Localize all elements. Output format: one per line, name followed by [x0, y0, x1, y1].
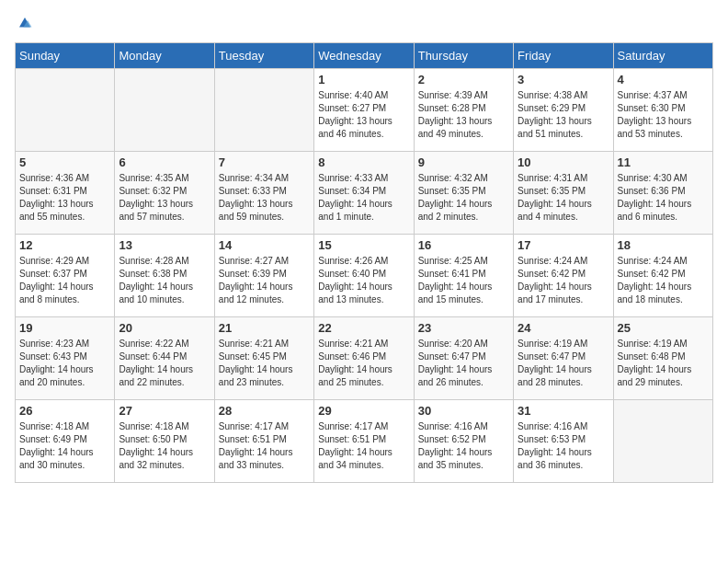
- calendar-cell: 13Sunrise: 4:28 AMSunset: 6:38 PMDayligh…: [115, 235, 214, 317]
- calendar-cell: 30Sunrise: 4:16 AMSunset: 6:52 PMDayligh…: [414, 400, 513, 483]
- day-info: Sunrise: 4:27 AMSunset: 6:39 PMDaylight:…: [219, 255, 310, 306]
- day-info: Sunrise: 4:19 AMSunset: 6:48 PMDaylight:…: [618, 338, 709, 389]
- calendar-week-4: 19Sunrise: 4:23 AMSunset: 6:43 PMDayligh…: [16, 317, 713, 400]
- header-saturday: Saturday: [613, 43, 712, 69]
- day-info: Sunrise: 4:36 AMSunset: 6:31 PMDaylight:…: [19, 172, 110, 224]
- calendar-cell: 6Sunrise: 4:35 AMSunset: 6:32 PMDaylight…: [115, 152, 214, 235]
- calendar-cell: 5Sunrise: 4:36 AMSunset: 6:31 PMDaylight…: [16, 152, 115, 235]
- day-info: Sunrise: 4:17 AMSunset: 6:51 PMDaylight:…: [219, 420, 310, 472]
- day-number: 31: [518, 404, 609, 418]
- day-info: Sunrise: 4:21 AMSunset: 6:46 PMDaylight:…: [318, 338, 409, 389]
- day-info: Sunrise: 4:31 AMSunset: 6:35 PMDaylight:…: [518, 172, 609, 224]
- day-info: Sunrise: 4:22 AMSunset: 6:44 PMDaylight:…: [119, 338, 210, 389]
- calendar-cell: 11Sunrise: 4:30 AMSunset: 6:36 PMDayligh…: [613, 152, 712, 235]
- calendar-cell: 31Sunrise: 4:16 AMSunset: 6:53 PMDayligh…: [514, 400, 613, 483]
- calendar-cell: 16Sunrise: 4:25 AMSunset: 6:41 PMDayligh…: [414, 235, 513, 317]
- calendar-cell: 17Sunrise: 4:24 AMSunset: 6:42 PMDayligh…: [514, 235, 613, 317]
- day-number: 17: [518, 238, 609, 252]
- day-info: Sunrise: 4:39 AMSunset: 6:28 PMDaylight:…: [418, 89, 509, 141]
- calendar-cell: 12Sunrise: 4:29 AMSunset: 6:37 PMDayligh…: [16, 235, 115, 317]
- calendar-cell: 18Sunrise: 4:24 AMSunset: 6:42 PMDayligh…: [613, 235, 712, 317]
- calendar-cell: 9Sunrise: 4:32 AMSunset: 6:35 PMDaylight…: [414, 152, 513, 235]
- day-number: 6: [119, 155, 210, 169]
- day-number: 12: [19, 238, 110, 252]
- day-info: Sunrise: 4:19 AMSunset: 6:47 PMDaylight:…: [518, 338, 609, 389]
- header-friday: Friday: [514, 43, 613, 69]
- day-info: Sunrise: 4:37 AMSunset: 6:30 PMDaylight:…: [618, 89, 709, 141]
- header-wednesday: Wednesday: [314, 43, 414, 69]
- calendar-week-2: 5Sunrise: 4:36 AMSunset: 6:31 PMDaylight…: [16, 152, 713, 235]
- day-number: 16: [418, 238, 509, 252]
- day-info: Sunrise: 4:20 AMSunset: 6:47 PMDaylight:…: [418, 338, 509, 389]
- calendar-cell: 3Sunrise: 4:38 AMSunset: 6:29 PMDaylight…: [514, 69, 613, 152]
- calendar-cell: 2Sunrise: 4:39 AMSunset: 6:28 PMDaylight…: [414, 69, 513, 152]
- calendar-cell: 22Sunrise: 4:21 AMSunset: 6:46 PMDayligh…: [314, 317, 414, 400]
- day-number: 24: [518, 321, 609, 335]
- calendar-cell: 24Sunrise: 4:19 AMSunset: 6:47 PMDayligh…: [514, 317, 613, 400]
- calendar-cell: 10Sunrise: 4:31 AMSunset: 6:35 PMDayligh…: [514, 152, 613, 235]
- calendar-cell: 19Sunrise: 4:23 AMSunset: 6:43 PMDayligh…: [16, 317, 115, 400]
- calendar-header-row: SundayMondayTuesdayWednesdayThursdayFrid…: [16, 43, 713, 69]
- day-info: Sunrise: 4:16 AMSunset: 6:52 PMDaylight:…: [418, 420, 509, 472]
- day-info: Sunrise: 4:29 AMSunset: 6:37 PMDaylight:…: [19, 255, 110, 306]
- day-info: Sunrise: 4:18 AMSunset: 6:49 PMDaylight:…: [19, 420, 110, 472]
- day-number: 9: [418, 155, 509, 169]
- day-number: 26: [19, 404, 110, 418]
- day-number: 1: [318, 73, 409, 86]
- page-header: [15, 15, 713, 31]
- day-info: Sunrise: 4:18 AMSunset: 6:50 PMDaylight:…: [119, 420, 210, 472]
- header-tuesday: Tuesday: [214, 43, 313, 69]
- day-info: Sunrise: 4:16 AMSunset: 6:53 PMDaylight:…: [518, 420, 609, 472]
- calendar-cell: 20Sunrise: 4:22 AMSunset: 6:44 PMDayligh…: [115, 317, 214, 400]
- day-info: Sunrise: 4:33 AMSunset: 6:34 PMDaylight:…: [318, 172, 409, 224]
- day-info: Sunrise: 4:38 AMSunset: 6:29 PMDaylight:…: [518, 89, 609, 141]
- day-info: Sunrise: 4:26 AMSunset: 6:40 PMDaylight:…: [318, 255, 409, 306]
- day-number: 5: [19, 155, 110, 169]
- day-number: 11: [618, 155, 709, 169]
- day-info: Sunrise: 4:24 AMSunset: 6:42 PMDaylight:…: [518, 255, 609, 306]
- calendar-cell: [613, 400, 712, 483]
- logo: [15, 15, 33, 31]
- day-info: Sunrise: 4:25 AMSunset: 6:41 PMDaylight:…: [418, 255, 509, 306]
- day-number: 4: [618, 73, 709, 86]
- day-info: Sunrise: 4:28 AMSunset: 6:38 PMDaylight:…: [119, 255, 210, 306]
- calendar-cell: 1Sunrise: 4:40 AMSunset: 6:27 PMDaylight…: [314, 69, 414, 152]
- day-number: 7: [219, 155, 310, 169]
- day-number: 15: [318, 238, 409, 252]
- calendar-cell: [214, 69, 313, 152]
- calendar-cell: 21Sunrise: 4:21 AMSunset: 6:45 PMDayligh…: [214, 317, 313, 400]
- day-number: 25: [618, 321, 709, 335]
- day-number: 18: [618, 238, 709, 252]
- calendar-cell: [16, 69, 115, 152]
- day-number: 3: [518, 73, 609, 86]
- day-info: Sunrise: 4:24 AMSunset: 6:42 PMDaylight:…: [618, 255, 709, 306]
- day-number: 10: [518, 155, 609, 169]
- day-number: 2: [418, 73, 509, 86]
- day-info: Sunrise: 4:32 AMSunset: 6:35 PMDaylight:…: [418, 172, 509, 224]
- calendar-cell: 8Sunrise: 4:33 AMSunset: 6:34 PMDaylight…: [314, 152, 414, 235]
- day-info: Sunrise: 4:17 AMSunset: 6:51 PMDaylight:…: [318, 420, 409, 472]
- day-number: 14: [219, 238, 310, 252]
- calendar-cell: 26Sunrise: 4:18 AMSunset: 6:49 PMDayligh…: [16, 400, 115, 483]
- calendar-cell: 4Sunrise: 4:37 AMSunset: 6:30 PMDaylight…: [613, 69, 712, 152]
- calendar-cell: 27Sunrise: 4:18 AMSunset: 6:50 PMDayligh…: [115, 400, 214, 483]
- calendar-cell: 29Sunrise: 4:17 AMSunset: 6:51 PMDayligh…: [314, 400, 414, 483]
- calendar-cell: 23Sunrise: 4:20 AMSunset: 6:47 PMDayligh…: [414, 317, 513, 400]
- day-number: 22: [318, 321, 409, 335]
- calendar-cell: [115, 69, 214, 152]
- day-number: 8: [318, 155, 409, 169]
- calendar-cell: 15Sunrise: 4:26 AMSunset: 6:40 PMDayligh…: [314, 235, 414, 317]
- calendar-week-3: 12Sunrise: 4:29 AMSunset: 6:37 PMDayligh…: [16, 235, 713, 317]
- day-number: 20: [119, 321, 210, 335]
- day-info: Sunrise: 4:34 AMSunset: 6:33 PMDaylight:…: [219, 172, 310, 224]
- calendar-table: SundayMondayTuesdayWednesdayThursdayFrid…: [15, 42, 713, 483]
- day-number: 21: [219, 321, 310, 335]
- header-thursday: Thursday: [414, 43, 513, 69]
- day-info: Sunrise: 4:35 AMSunset: 6:32 PMDaylight:…: [119, 172, 210, 224]
- day-number: 23: [418, 321, 509, 335]
- header-sunday: Sunday: [16, 43, 115, 69]
- header-monday: Monday: [115, 43, 214, 69]
- calendar-week-5: 26Sunrise: 4:18 AMSunset: 6:49 PMDayligh…: [16, 400, 713, 483]
- day-number: 19: [19, 321, 110, 335]
- day-number: 29: [318, 404, 409, 418]
